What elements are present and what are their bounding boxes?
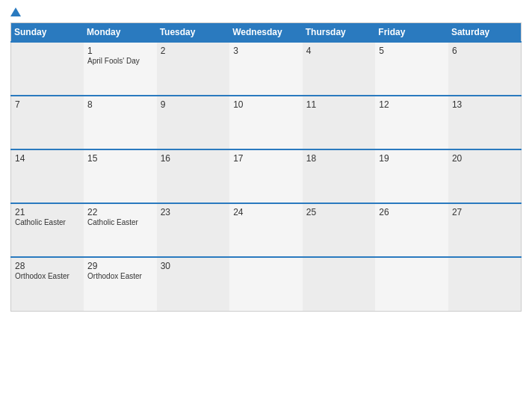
calendar-cell: 23 xyxy=(157,203,230,257)
week-row-1: 1April Fools' Day23456 xyxy=(11,42,522,96)
cell-event-label: Catholic Easter xyxy=(87,218,153,226)
calendar-cell: 22Catholic Easter xyxy=(84,203,157,257)
calendar-page: SundayMondayTuesdayWednesdayThursdayFrid… xyxy=(0,0,532,411)
cell-date-number: 26 xyxy=(379,207,445,217)
weekday-header-row: SundayMondayTuesdayWednesdayThursdayFrid… xyxy=(11,23,522,43)
cell-date-number: 13 xyxy=(452,99,517,110)
calendar-cell xyxy=(229,257,303,311)
week-row-3: 14151617181920 xyxy=(11,149,522,203)
logo-blue-text xyxy=(10,7,24,16)
cell-event-label: Orthodox Easter xyxy=(87,272,153,280)
calendar-cell: 26 xyxy=(375,203,448,257)
calendar-cell: 25 xyxy=(303,203,376,257)
calendar-cell: 19 xyxy=(375,149,448,203)
cell-date-number: 7 xyxy=(15,99,80,110)
cell-event-label: Orthodox Easter xyxy=(15,272,80,280)
cell-date-number: 14 xyxy=(15,153,80,164)
cell-date-number: 19 xyxy=(379,153,445,164)
calendar-cell: 24 xyxy=(229,203,303,257)
calendar-cell xyxy=(303,257,376,311)
calendar-cell: 7 xyxy=(11,96,84,149)
weekday-header-friday: Friday xyxy=(375,23,448,43)
cell-date-number: 11 xyxy=(306,99,372,110)
week-row-5: 28Orthodox Easter29Orthodox Easter30 xyxy=(11,257,522,311)
cell-event-label: Catholic Easter xyxy=(15,218,80,226)
calendar-cell: 28Orthodox Easter xyxy=(11,257,84,311)
week-row-2: 78910111213 xyxy=(11,96,522,149)
calendar-cell: 2 xyxy=(157,42,230,96)
cell-date-number: 8 xyxy=(87,99,153,110)
calendar-cell: 29Orthodox Easter xyxy=(84,257,157,311)
calendar-cell: 10 xyxy=(229,96,303,149)
cell-date-number: 9 xyxy=(161,99,226,110)
cell-date-number: 18 xyxy=(306,153,372,164)
cell-date-number: 2 xyxy=(161,46,226,56)
calendar-cell: 18 xyxy=(303,149,376,203)
calendar-cell xyxy=(448,257,522,311)
cell-date-number: 20 xyxy=(452,153,517,164)
calendar-cell: 16 xyxy=(157,149,230,203)
logo-triangle-icon xyxy=(10,7,21,16)
cell-date-number: 5 xyxy=(379,46,445,56)
calendar-cell: 17 xyxy=(229,149,303,203)
calendar-cell: 1April Fools' Day xyxy=(84,42,157,96)
calendar-cell: 30 xyxy=(157,257,230,311)
cell-date-number: 17 xyxy=(233,153,299,164)
logo xyxy=(10,7,24,16)
calendar-cell: 5 xyxy=(375,42,448,96)
cell-date-number: 16 xyxy=(161,153,226,164)
calendar-cell xyxy=(375,257,448,311)
weekday-header-tuesday: Tuesday xyxy=(157,23,230,43)
weekday-header-wednesday: Wednesday xyxy=(229,23,303,43)
cell-date-number: 23 xyxy=(161,207,226,217)
calendar-cell: 15 xyxy=(84,149,157,203)
calendar-cell: 11 xyxy=(303,96,376,149)
cell-event-label: April Fools' Day xyxy=(87,57,153,65)
calendar-cell: 12 xyxy=(375,96,448,149)
cell-date-number: 28 xyxy=(15,261,80,271)
weekday-header-sunday: Sunday xyxy=(11,23,84,43)
cell-date-number: 4 xyxy=(306,46,372,56)
calendar-cell: 8 xyxy=(84,96,157,149)
cell-date-number: 22 xyxy=(87,207,153,217)
cell-date-number: 24 xyxy=(233,207,299,217)
cell-date-number: 29 xyxy=(87,261,153,271)
cell-date-number: 6 xyxy=(452,46,517,56)
calendar-cell xyxy=(11,42,84,96)
calendar-cell: 21Catholic Easter xyxy=(11,203,84,257)
weekday-header-saturday: Saturday xyxy=(448,23,522,43)
weekday-header-monday: Monday xyxy=(84,23,157,43)
calendar-cell: 3 xyxy=(229,42,303,96)
cell-date-number: 25 xyxy=(306,207,372,217)
weekday-header-thursday: Thursday xyxy=(303,23,376,43)
week-row-4: 21Catholic Easter22Catholic Easter232425… xyxy=(11,203,522,257)
cell-date-number: 10 xyxy=(233,99,299,110)
calendar-cell: 14 xyxy=(11,149,84,203)
calendar-cell: 9 xyxy=(157,96,230,149)
calendar-cell: 20 xyxy=(448,149,522,203)
cell-date-number: 21 xyxy=(15,207,80,217)
header xyxy=(10,7,522,16)
calendar-table: SundayMondayTuesdayWednesdayThursdayFrid… xyxy=(10,22,522,312)
cell-date-number: 1 xyxy=(87,46,153,56)
calendar-cell: 13 xyxy=(448,96,522,149)
cell-date-number: 12 xyxy=(379,99,445,110)
calendar-cell: 6 xyxy=(448,42,522,96)
cell-date-number: 3 xyxy=(233,46,299,56)
cell-date-number: 27 xyxy=(452,207,517,217)
calendar-cell: 27 xyxy=(448,203,522,257)
cell-date-number: 15 xyxy=(87,153,153,164)
calendar-cell: 4 xyxy=(303,42,376,96)
cell-date-number: 30 xyxy=(161,261,226,271)
